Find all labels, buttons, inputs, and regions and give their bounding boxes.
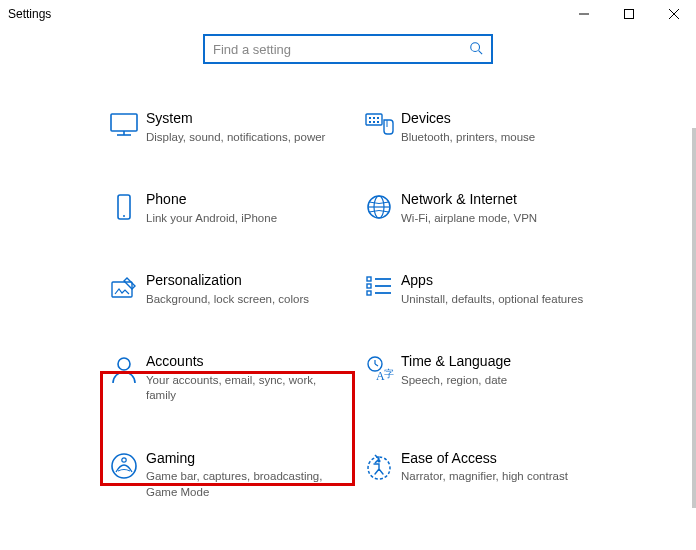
- svg-rect-12: [377, 117, 379, 119]
- tile-subtitle: Background, lock screen, colors: [146, 292, 333, 308]
- tile-subtitle: Your accounts, email, sync, work, family: [146, 373, 333, 404]
- svg-line-32: [375, 364, 378, 366]
- settings-grid: System Display, sound, notifications, po…: [0, 104, 696, 526]
- svg-rect-10: [369, 117, 371, 119]
- tile-subtitle: Uninstall, defaults, optional features: [401, 292, 588, 308]
- svg-rect-6: [111, 114, 137, 131]
- svg-rect-11: [373, 117, 375, 119]
- search-input[interactable]: [213, 42, 469, 57]
- tile-title: Ease of Access: [401, 450, 588, 468]
- svg-point-37: [377, 459, 380, 462]
- svg-rect-25: [367, 291, 371, 295]
- paint-icon: [102, 272, 146, 302]
- tile-apps[interactable]: Apps Uninstall, defaults, optional featu…: [353, 266, 598, 313]
- tile-title: Accounts: [146, 353, 333, 371]
- search-container: [0, 34, 696, 64]
- system-icon: [102, 110, 146, 138]
- tile-subtitle: Speech, region, date: [401, 373, 588, 389]
- tile-subtitle: Bluetooth, printers, mouse: [401, 130, 588, 146]
- svg-rect-9: [366, 114, 382, 125]
- svg-rect-15: [377, 121, 379, 123]
- maximize-button[interactable]: [606, 0, 651, 28]
- svg-text:字: 字: [384, 368, 394, 379]
- tile-accounts[interactable]: Accounts Your accounts, email, sync, wor…: [98, 347, 343, 410]
- tile-gaming[interactable]: Gaming Game bar, captures, broadcasting,…: [98, 444, 343, 507]
- svg-rect-22: [112, 282, 132, 297]
- tile-subtitle: Game bar, captures, broadcasting, Game M…: [146, 469, 333, 500]
- scrollbar-thumb[interactable]: [692, 128, 696, 508]
- tile-title: Phone: [146, 191, 333, 209]
- tile-title: Personalization: [146, 272, 333, 290]
- tile-phone[interactable]: Phone Link your Android, iPhone: [98, 185, 343, 232]
- content-area: System Display, sound, notifications, po…: [0, 28, 696, 550]
- window-controls: [561, 0, 696, 28]
- devices-icon: [357, 110, 401, 138]
- tile-title: Devices: [401, 110, 588, 128]
- svg-rect-13: [369, 121, 371, 123]
- tile-title: System: [146, 110, 333, 128]
- tile-subtitle: Wi-Fi, airplane mode, VPN: [401, 211, 588, 227]
- close-button[interactable]: [651, 0, 696, 28]
- globe-icon: [357, 191, 401, 221]
- tile-title: Network & Internet: [401, 191, 588, 209]
- person-icon: [102, 353, 146, 385]
- svg-line-5: [479, 50, 483, 54]
- tile-subtitle: Link your Android, iPhone: [146, 211, 333, 227]
- window-title: Settings: [8, 7, 51, 21]
- gaming-icon: [102, 450, 146, 480]
- tile-title: Apps: [401, 272, 588, 290]
- svg-rect-1: [624, 10, 633, 19]
- titlebar: Settings: [0, 0, 696, 28]
- tile-personalization[interactable]: Personalization Background, lock screen,…: [98, 266, 343, 313]
- svg-point-36: [122, 457, 126, 461]
- tile-title: Gaming: [146, 450, 333, 468]
- search-box[interactable]: [203, 34, 493, 64]
- tile-network[interactable]: Network & Internet Wi-Fi, airplane mode,…: [353, 185, 598, 232]
- svg-point-29: [118, 358, 130, 370]
- svg-rect-23: [367, 277, 371, 281]
- tile-subtitle: Narrator, magnifier, high contrast: [401, 469, 588, 485]
- search-icon: [469, 41, 483, 58]
- phone-icon: [102, 191, 146, 223]
- tile-ease-of-access[interactable]: Ease of Access Narrator, magnifier, high…: [353, 444, 598, 507]
- time-language-icon: A字: [357, 353, 401, 383]
- svg-point-4: [471, 42, 480, 51]
- svg-rect-24: [367, 284, 371, 288]
- ease-of-access-icon: [357, 450, 401, 480]
- svg-point-18: [123, 215, 125, 217]
- tile-system[interactable]: System Display, sound, notifications, po…: [98, 104, 343, 151]
- minimize-button[interactable]: [561, 0, 606, 28]
- tile-subtitle: Display, sound, notifications, power: [146, 130, 333, 146]
- tile-devices[interactable]: Devices Bluetooth, printers, mouse: [353, 104, 598, 151]
- tile-title: Time & Language: [401, 353, 588, 371]
- svg-rect-14: [373, 121, 375, 123]
- tile-time-language[interactable]: A字 Time & Language Speech, region, date: [353, 347, 598, 410]
- apps-icon: [357, 272, 401, 298]
